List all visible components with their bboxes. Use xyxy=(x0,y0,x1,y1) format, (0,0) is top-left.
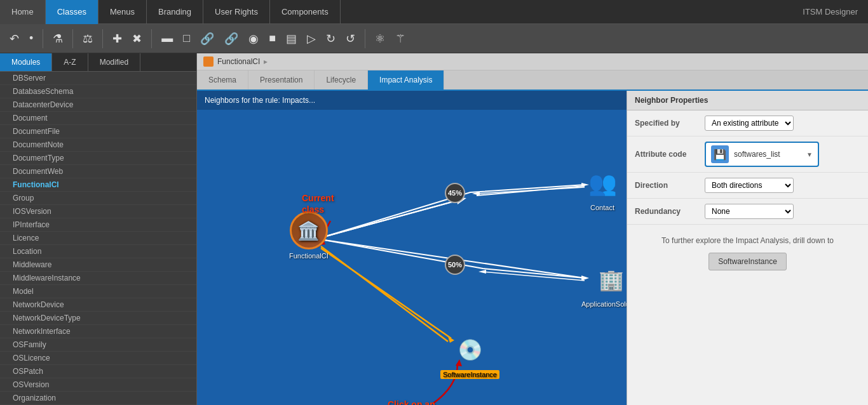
node-functionalci[interactable]: 🏛️ FunctionalCI xyxy=(289,211,329,260)
sidebar-item-documentnote[interactable]: DocumentNote xyxy=(0,138,196,152)
prop-value-specified-by[interactable]: An existing attribute xyxy=(705,116,860,131)
tool-12[interactable]: ▷ xyxy=(304,30,319,48)
add-button[interactable]: ✚ xyxy=(109,30,125,48)
prop-value-redundancy[interactable]: None xyxy=(705,204,860,219)
undo-button[interactable]: ↶ xyxy=(6,30,22,48)
sidebar-list: DBServerDatabaseSchemaDatacenterDeviceDo… xyxy=(0,72,196,405)
sidebar-item-model[interactable]: Model xyxy=(0,285,196,298)
node-applicationsolution-label: ApplicationSolution xyxy=(581,300,627,308)
tool-13[interactable]: ↻ xyxy=(323,30,339,48)
sidebar-tab-bar: Modules A-Z Modified xyxy=(0,53,196,72)
sidebar-item-group[interactable]: Group xyxy=(0,192,196,205)
main-area: Modules A-Z Modified DBServerDatabaseSch… xyxy=(0,53,868,405)
sidebar-item-iosversion[interactable]: IOSVersion xyxy=(0,205,196,218)
tool-14[interactable]: ↺ xyxy=(342,30,358,48)
toolbar-sep-4 xyxy=(151,29,152,48)
tool-10[interactable]: ■ xyxy=(266,30,279,47)
sidebar-item-networkdevicetype[interactable]: NetworkDeviceType xyxy=(0,312,196,325)
node-contact-label: Contact xyxy=(590,204,614,211)
sidebar-item-middlewareinstance[interactable]: MiddlewareInstance xyxy=(0,272,196,285)
sidebar-item-databaseschema[interactable]: DatabaseSchema xyxy=(0,85,196,98)
sidebar-item-documenttype[interactable]: DocumentType xyxy=(0,152,196,165)
nav-tab-branding[interactable]: Branding xyxy=(147,0,203,24)
tool-8[interactable]: 🔗 xyxy=(221,30,241,48)
sidebar-item-networkdevice[interactable]: NetworkDevice xyxy=(0,298,196,312)
tool-7[interactable]: 🔗 xyxy=(197,30,217,48)
breadcrumb-arrow: ▸ xyxy=(264,57,268,66)
sidebar: Modules A-Z Modified DBServerDatabaseSch… xyxy=(0,53,197,405)
sidebar-item-licence[interactable]: Licence xyxy=(0,232,196,245)
neighbor-panel-header: Neighbor Properties xyxy=(627,91,868,110)
delete-button[interactable]: ✖ xyxy=(129,30,145,48)
sidebar-tab-modified[interactable]: Modified xyxy=(88,53,140,71)
attr-code-icon: 💾 xyxy=(711,145,729,163)
tab-schema[interactable]: Schema xyxy=(197,70,248,90)
top-navbar: Home Classes Menus Branding User Rights … xyxy=(0,0,868,24)
tab-impact-analysis[interactable]: Impact Analysis xyxy=(368,70,444,90)
app-title: ITSM Designer xyxy=(803,7,868,17)
nav-tab-components[interactable]: Components xyxy=(270,0,341,24)
sidebar-item-ipinterface[interactable]: IPInterface xyxy=(0,218,196,232)
nav-tab-menus[interactable]: Menus xyxy=(98,0,147,24)
nav-tab-classes[interactable]: Classes xyxy=(46,0,98,24)
breadcrumb: FunctionalCI ▸ xyxy=(197,53,868,70)
redundancy-select[interactable]: None xyxy=(705,204,794,219)
prop-value-attribute-code[interactable]: 💾 softwares_list ▼ xyxy=(705,142,860,167)
node-applicationsolution[interactable]: 🏢 ApplicationSolution xyxy=(581,262,627,308)
annotation-current-class: Current class xyxy=(302,192,334,215)
tool-15[interactable]: ⚛ xyxy=(372,30,388,48)
class-tabs: Schema Presentation Lifecycle Impact Ana… xyxy=(197,70,868,91)
drill-down-button[interactable]: SoftwareInstance xyxy=(709,253,787,270)
sidebar-tab-modules[interactable]: Modules xyxy=(0,53,52,71)
attr-code-arrow[interactable]: ▼ xyxy=(806,151,813,158)
sidebar-item-documentweb[interactable]: DocumentWeb xyxy=(0,165,196,178)
sidebar-item-datacenterdevice[interactable]: DatacenterDevice xyxy=(0,98,196,112)
badge-50: 50% xyxy=(445,255,465,275)
tool-11[interactable]: ▤ xyxy=(283,30,300,48)
sidebar-item-organization[interactable]: Organization xyxy=(0,392,196,405)
specified-by-select[interactable]: An existing attribute xyxy=(705,116,794,131)
sidebar-item-ospatch[interactable]: OSPatch xyxy=(0,365,196,378)
redo-button[interactable]: • xyxy=(26,30,36,47)
svg-line-11 xyxy=(477,187,585,194)
sidebar-item-networkinterface[interactable]: NetworkInterface xyxy=(0,325,196,338)
node-contact[interactable]: 👥 Contact xyxy=(585,166,620,211)
tab-presentation[interactable]: Presentation xyxy=(248,70,315,90)
toolbar-sep-1 xyxy=(43,29,43,48)
sidebar-item-middleware[interactable]: Middleware xyxy=(0,258,196,272)
tool-6[interactable]: □ xyxy=(180,30,193,47)
diagram-canvas[interactable]: 🏛️ FunctionalCI 👥 Contact xyxy=(197,110,627,404)
sidebar-item-documentfile[interactable]: DocumentFile xyxy=(0,125,196,138)
sidebar-item-document[interactable]: Document xyxy=(0,112,196,125)
badge-45: 45% xyxy=(445,183,465,203)
balance-button[interactable]: ⚖ xyxy=(79,30,96,48)
tool-5[interactable]: ▬ xyxy=(158,30,176,47)
sidebar-item-functionalci[interactable]: FunctionalCI xyxy=(0,178,196,192)
sidebar-item-osversion[interactable]: OSVersion xyxy=(0,378,196,392)
sidebar-item-osfamily[interactable]: OSFamily xyxy=(0,338,196,352)
tool-16[interactable]: ⚚ xyxy=(392,30,409,48)
sidebar-item-oslicence[interactable]: OSLicence xyxy=(0,352,196,365)
flask-button[interactable]: ⚗ xyxy=(50,30,66,48)
prop-value-direction[interactable]: Both directions xyxy=(705,178,860,193)
direction-select[interactable]: Both directions xyxy=(705,178,794,193)
sidebar-item-dbserver[interactable]: DBServer xyxy=(0,72,196,85)
annotation-click-icon: Click on an icon to select a neighbor xyxy=(388,399,444,405)
nav-tab-user-rights[interactable]: User Rights xyxy=(203,0,270,24)
prop-label-specified-by: Specified by xyxy=(635,119,705,128)
diagram-container: Neighbors for the rule: Impacts... xyxy=(197,91,627,405)
svg-line-0 xyxy=(324,199,464,237)
diagram-header: Neighbors for the rule: Impacts... xyxy=(197,91,627,110)
attribute-code-box[interactable]: 💾 softwares_list ▼ xyxy=(705,142,819,167)
sidebar-tab-az[interactable]: A-Z xyxy=(52,53,88,71)
neighbor-panel: Neighbor Properties Specified by An exis… xyxy=(627,91,868,405)
nav-tab-home[interactable]: Home xyxy=(0,0,46,24)
drill-down-section: To further explore the Impact Analysis, … xyxy=(627,225,868,281)
prop-label-redundancy: Redundancy xyxy=(635,207,705,216)
tool-9[interactable]: ◉ xyxy=(245,30,262,48)
sidebar-item-location[interactable]: Location xyxy=(0,245,196,258)
drill-down-text: To further explore the Impact Analysis, … xyxy=(635,235,860,246)
node-softwareinstance[interactable]: 💿 SoftwareInstance xyxy=(440,332,499,379)
tab-lifecycle[interactable]: Lifecycle xyxy=(315,70,368,90)
diagram-svg xyxy=(197,110,627,404)
